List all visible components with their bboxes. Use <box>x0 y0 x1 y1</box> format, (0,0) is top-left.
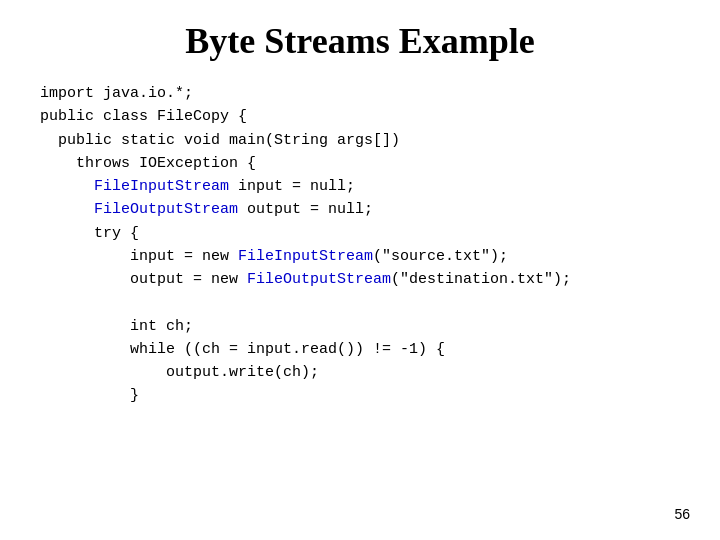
code-line-14: } <box>40 384 690 407</box>
code-line-8: input = new FileInputStream("source.txt"… <box>40 245 690 268</box>
class-name-2: FileOutputStream <box>94 201 238 218</box>
code-line-4: throws IOException { <box>40 152 690 175</box>
class-name-1: FileInputStream <box>94 178 229 195</box>
code-line-13: output.write(ch); <box>40 361 690 384</box>
slide-title: Byte Streams Example <box>30 20 690 62</box>
code-line-11: int ch; <box>40 315 690 338</box>
code-line-5: FileInputStream input = null; <box>40 175 690 198</box>
code-line-3: public static void main(String args[]) <box>40 129 690 152</box>
code-line-10 <box>40 291 690 314</box>
code-line-2: public class FileCopy { <box>40 105 690 128</box>
page-number: 56 <box>674 506 690 522</box>
class-name-3: FileInputStream <box>238 248 373 265</box>
slide: Byte Streams Example import java.io.*; p… <box>0 0 720 540</box>
code-line-7: try { <box>40 222 690 245</box>
code-line-1: import java.io.*; <box>40 82 690 105</box>
class-name-4: FileOutputStream <box>247 271 391 288</box>
code-line-9: output = new FileOutputStream("destinati… <box>40 268 690 291</box>
code-line-12: while ((ch = input.read()) != -1) { <box>40 338 690 361</box>
code-block: import java.io.*; public class FileCopy … <box>30 82 690 408</box>
code-line-6: FileOutputStream output = null; <box>40 198 690 221</box>
